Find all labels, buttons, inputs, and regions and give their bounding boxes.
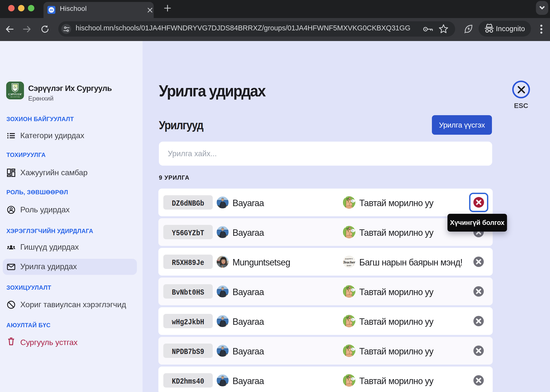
svg-text:ИХ СУРГУУЛЬ: ИХ СУРГУУЛЬ bbox=[10, 96, 20, 98]
svg-text:Hi: Hi bbox=[50, 8, 53, 12]
svg-text:СЭРҮҮЛЭГ: СЭРҮҮЛЭГ bbox=[8, 93, 22, 96]
